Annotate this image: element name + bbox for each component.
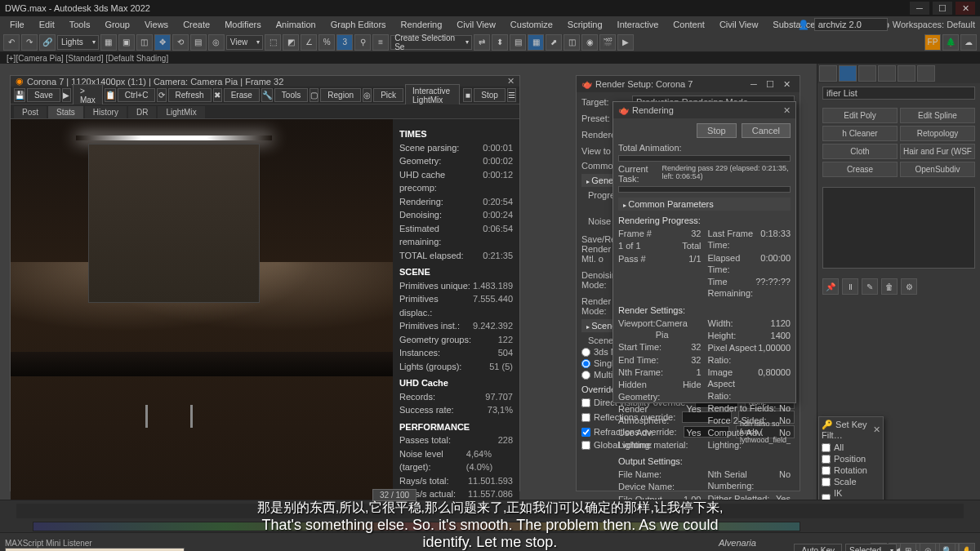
- angle-snap-icon[interactable]: ∠: [301, 34, 317, 51]
- menu-animation[interactable]: Animation: [270, 18, 323, 31]
- curve-editor-icon[interactable]: ⬈: [546, 34, 562, 51]
- vfb-close-icon[interactable]: ✕: [507, 76, 514, 87]
- vfb-refresh-button[interactable]: Refresh: [168, 88, 212, 102]
- skf-check[interactable]: [822, 494, 831, 500]
- user-icon[interactable]: 👤: [798, 20, 809, 30]
- percent-snap-icon[interactable]: %: [318, 34, 335, 51]
- vfb-tab-history[interactable]: History: [85, 106, 127, 118]
- vfb-tab-stats[interactable]: Stats: [48, 106, 83, 118]
- selection-set-dropdown[interactable]: Create Selection Se: [390, 35, 472, 50]
- menu-interactive[interactable]: Interactive: [611, 18, 666, 31]
- display-tab[interactable]: [898, 65, 915, 82]
- menu-file[interactable]: File: [3, 18, 31, 31]
- render-setup-titlebar[interactable]: 🫖 Render Setup: Corona 7 ─☐✕: [577, 76, 800, 92]
- rp-cancel-button[interactable]: Cancel: [742, 123, 791, 138]
- move-icon[interactable]: ✥: [154, 34, 171, 51]
- rs-close-icon[interactable]: ✕: [778, 79, 795, 90]
- hierarchy-tab[interactable]: [858, 65, 876, 82]
- modifier-button[interactable]: Crease: [822, 162, 898, 177]
- link-icon[interactable]: 🔗: [39, 34, 56, 51]
- vfb-erase-button[interactable]: Erase: [224, 88, 260, 102]
- mirror-icon[interactable]: ⇄: [474, 34, 490, 51]
- vfb-stop-button[interactable]: Stop: [474, 88, 506, 102]
- menu-civilview2[interactable]: Civil View: [713, 18, 764, 31]
- menu-modifiers[interactable]: Modifiers: [218, 18, 268, 31]
- vfb-tab-dr[interactable]: DR: [128, 106, 156, 118]
- vfb-erase-icon[interactable]: ✖: [213, 88, 222, 102]
- vfb-max-button[interactable]: > Max: [73, 84, 103, 107]
- nav-3-icon[interactable]: 🔍: [939, 543, 956, 552]
- menu-create[interactable]: Create: [176, 18, 216, 31]
- skf-check[interactable]: [822, 455, 831, 464]
- modifier-button[interactable]: OpenSubdiv: [900, 162, 975, 177]
- modifier-button[interactable]: Edit Spline: [900, 108, 975, 123]
- rs-max-icon[interactable]: ☐: [762, 79, 778, 90]
- skf-close-icon[interactable]: ✕: [873, 424, 880, 435]
- utilities-tab[interactable]: [917, 65, 935, 82]
- render-frame-icon[interactable]: ▶: [617, 34, 634, 51]
- override-check[interactable]: [581, 398, 590, 407]
- nav-1-icon[interactable]: ⊞: [900, 543, 916, 552]
- show-end-icon[interactable]: Ⅱ: [842, 278, 858, 295]
- modifier-button[interactable]: Edit Poly: [822, 108, 898, 123]
- vfb-tools-icon[interactable]: 🔧: [261, 88, 273, 102]
- vfb-region-icon[interactable]: ▢: [310, 88, 318, 102]
- vfb-refresh-icon[interactable]: ⟳: [157, 88, 166, 102]
- menu-civilview[interactable]: Civil View: [450, 18, 501, 31]
- maximize-button[interactable]: ☐: [933, 2, 952, 15]
- scale-icon[interactable]: ▤: [190, 34, 207, 51]
- vfb-save-button[interactable]: Save: [27, 88, 60, 102]
- vfb-tools-button[interactable]: Tools: [274, 88, 308, 102]
- select-window-icon[interactable]: ▣: [118, 34, 135, 51]
- vfb-menu-icon[interactable]: ☰: [507, 88, 516, 102]
- selected-dropdown[interactable]: Selected: [845, 544, 897, 552]
- create-tab[interactable]: [819, 65, 837, 82]
- multi-radio[interactable]: [581, 371, 590, 380]
- toggle-layers-icon[interactable]: ▤: [510, 34, 526, 51]
- workspaces-label[interactable]: Workspaces: Default: [893, 20, 975, 29]
- autokey-button[interactable]: Auto Key: [794, 544, 842, 551]
- common-params-hdr[interactable]: Common Parameters: [618, 198, 791, 211]
- vfb-tab-post[interactable]: Post: [14, 106, 47, 118]
- menu-customize[interactable]: Customize: [504, 18, 559, 31]
- modifier-stack[interactable]: [822, 187, 975, 269]
- gvm-check[interactable]: [581, 441, 590, 450]
- lights-dropdown[interactable]: Lights: [57, 35, 99, 50]
- snap-icon[interactable]: ⬚: [265, 34, 281, 51]
- placement-icon[interactable]: ◎: [208, 34, 225, 51]
- schematic-icon[interactable]: ◫: [564, 34, 580, 51]
- override-check[interactable]: [581, 428, 590, 437]
- modifier-list-dropdown[interactable]: ifier List: [822, 87, 975, 100]
- cloud-icon[interactable]: ☁: [960, 34, 977, 51]
- vfb-pick-icon[interactable]: ◎: [363, 88, 372, 102]
- modifier-button[interactable]: Retopology: [900, 126, 975, 141]
- override-check[interactable]: [581, 413, 590, 422]
- snap-3[interactable]: 3: [336, 34, 353, 51]
- snap2-icon[interactable]: ◩: [283, 34, 299, 51]
- 3dsm-radio[interactable]: [581, 348, 590, 357]
- listener-input[interactable]: [5, 548, 185, 551]
- tree-icon[interactable]: 🌲: [942, 34, 959, 51]
- vfb-stop-icon[interactable]: ■: [463, 88, 472, 102]
- rp-stop-button[interactable]: Stop: [697, 123, 737, 138]
- render-setup-icon[interactable]: 🎬: [599, 34, 616, 51]
- menu-tools[interactable]: Tools: [63, 18, 97, 31]
- layer-exp-icon[interactable]: ▦: [528, 34, 544, 51]
- close-button[interactable]: ✕: [956, 2, 975, 15]
- render-viewport[interactable]: [11, 119, 393, 500]
- undo-icon[interactable]: ↶: [3, 34, 20, 51]
- redo-icon[interactable]: ↷: [21, 34, 38, 51]
- menu-scripting[interactable]: Scripting: [561, 18, 609, 31]
- nav-2-icon[interactable]: ◎: [920, 543, 936, 552]
- vfb-ilm-button[interactable]: Interactive LightMix: [405, 84, 460, 107]
- menu-edit[interactable]: Edit: [33, 18, 61, 31]
- remove-icon[interactable]: 🗑: [881, 278, 898, 295]
- align2-icon[interactable]: ⬍: [492, 34, 508, 51]
- vfb-tab-lightmix[interactable]: LightMix: [158, 106, 204, 118]
- skf-check[interactable]: [822, 443, 831, 452]
- material-editor-icon[interactable]: ◉: [581, 34, 598, 51]
- vfb-copy-icon[interactable]: 📋: [105, 88, 116, 102]
- config-icon[interactable]: ⚙: [901, 278, 917, 295]
- menu-grapheditors[interactable]: Graph Editors: [324, 18, 393, 31]
- modifier-button[interactable]: Cloth: [822, 144, 898, 159]
